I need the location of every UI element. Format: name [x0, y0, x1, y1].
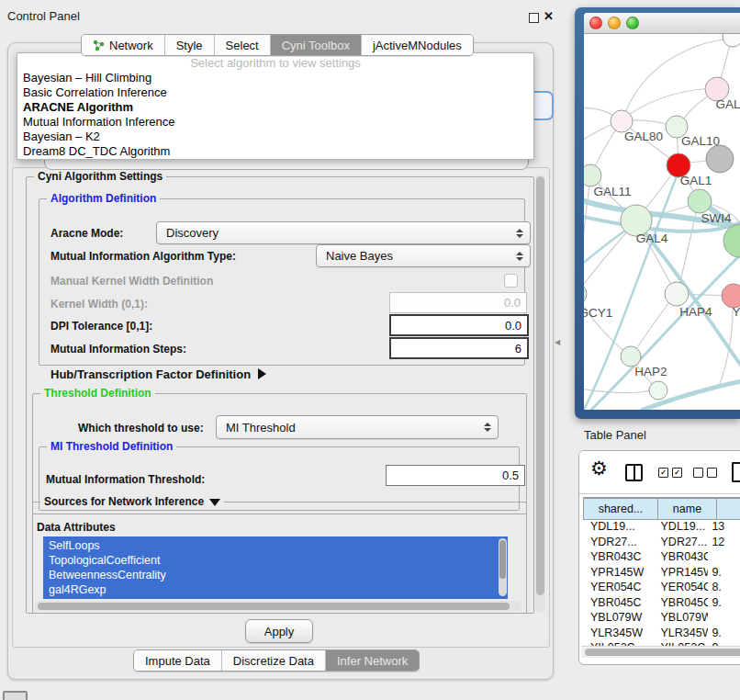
column-header-name[interactable]: name: [658, 498, 717, 520]
manual-kernel-checkbox[interactable]: [504, 274, 518, 288]
tab-network[interactable]: Network: [82, 35, 165, 55]
node-label-gal10: GAL10: [681, 134, 720, 148]
settings-vertical-scrollbar-thumb[interactable]: [536, 176, 544, 595]
network-canvas[interactable]: GALGAL80GAL10GAL1GAL11SWI4GAL4GCY1HAP4YH…: [584, 34, 740, 410]
mi-steps-label: Mutual Information Steps:: [50, 343, 186, 356]
column-header-a[interactable]: A: [717, 498, 740, 520]
network-node: [621, 346, 641, 367]
table-cell: YPR145W: [583, 566, 654, 579]
kernel-width-field[interactable]: 0.0: [389, 292, 527, 313]
minimize-traffic-light-icon[interactable]: [608, 17, 621, 29]
network-window: GALGAL80GAL10GAL1GAL11SWI4GAL4GCY1HAP4YH…: [584, 13, 740, 410]
aracne-mode-combobox[interactable]: Discovery: [156, 221, 531, 244]
table-horizontal-scrollbar[interactable]: [581, 646, 740, 658]
split-columns-icon[interactable]: [625, 464, 643, 481]
algorithm-definition-title: Algorithm Definition: [47, 192, 160, 205]
node-label-hap2: HAP2: [634, 365, 667, 378]
table-row[interactable]: YDL19...YDL19...13: [583, 519, 740, 535]
data-attributes-list[interactable]: SelfLoopsTopologicalCoefficientBetweenne…: [43, 536, 508, 599]
zoom-traffic-light-icon[interactable]: [626, 17, 639, 29]
threshold-definition-title: Threshold Definition: [40, 387, 155, 400]
tab-select-label: Select: [226, 39, 259, 52]
algorithm-option-basic-correlation-inference[interactable]: Basic Correlation Inference: [17, 85, 533, 100]
mi-type-value: Naive Bayes: [326, 249, 393, 263]
deselect-all-columns-icon[interactable]: [693, 468, 717, 478]
node-label-y: Y: [732, 305, 740, 319]
table-horizontal-scrollbar-thumb[interactable]: [585, 649, 740, 656]
network-node: [723, 34, 740, 47]
dpi-tolerance-field[interactable]: 0.0: [389, 314, 529, 336]
which-threshold-value: MI Threshold: [226, 421, 296, 435]
table-cell: 9.: [708, 596, 740, 609]
focused-algorithm-combobox-fragment[interactable]: [534, 91, 554, 120]
screen: Control Panel ✕ NetworkStyleSelectCyni T…: [0, 0, 740, 700]
table-cell: YLR345W: [654, 627, 709, 639]
aracne-mode-value: Discovery: [166, 226, 219, 240]
network-window-titlebar[interactable]: [584, 13, 740, 34]
algorithm-option-bayesian-k2[interactable]: Bayesian – K2: [17, 130, 533, 144]
algorithm-option-list: Bayesian – Hill ClimbingBasic Correlatio…: [17, 71, 533, 159]
tab-select[interactable]: Select: [215, 35, 271, 55]
table-header-row: shared...nameA: [583, 497, 740, 520]
document-icon[interactable]: [732, 462, 740, 482]
spinner-arrows-icon: [516, 252, 523, 261]
tab-cyni-toolbox[interactable]: Cyni Toolbox: [271, 35, 362, 55]
column-header-shared[interactable]: shared...: [583, 498, 658, 520]
table-panel-title: Table Panel: [584, 428, 646, 442]
table-row[interactable]: YBL079WYBL079W: [583, 610, 740, 626]
sources-title[interactable]: Sources for Network Inference: [40, 495, 224, 508]
hub-definition-toggle[interactable]: Hub/Transcription Factor Definition: [50, 367, 266, 381]
which-threshold-combobox[interactable]: MI Threshold: [216, 415, 499, 439]
attributes-scrollbar-thumb[interactable]: [499, 540, 506, 579]
network-node: [665, 282, 689, 306]
attributes-scrollbar[interactable]: [499, 538, 507, 596]
tab-impute-data[interactable]: Impute Data: [134, 650, 222, 671]
table-row[interactable]: YDR27...YDR27...12: [583, 535, 740, 550]
table-row[interactable]: YBR043CYBR043C: [583, 549, 740, 565]
mi-type-combobox[interactable]: Naive Bayes: [316, 244, 531, 267]
tab-discretize-data[interactable]: Discretize Data: [222, 650, 326, 671]
table-cell: YBR045C: [583, 596, 654, 609]
select-all-columns-icon[interactable]: ✓✓: [658, 468, 682, 478]
network-icon: [93, 40, 105, 51]
settings-horizontal-scrollbar-thumb[interactable]: [38, 603, 510, 610]
table-row[interactable]: YPR145WYPR145W9.: [583, 565, 740, 581]
tab-infer-network[interactable]: Infer Network: [326, 650, 419, 671]
attribute-option-selfloops[interactable]: SelfLoops: [43, 536, 508, 553]
network-node: [649, 381, 667, 400]
table-row[interactable]: YER054CYER054C8.: [583, 580, 740, 595]
network-edge: [622, 88, 715, 119]
table-cell: YPR145W: [654, 566, 709, 579]
tab-style[interactable]: Style: [165, 35, 215, 55]
dpi-tolerance-label: DPI Tolerance [0,1]:: [50, 320, 152, 333]
mi-steps-field[interactable]: 6: [389, 337, 529, 359]
panel-splitter-arrow[interactable]: ◀: [555, 338, 560, 346]
algorithm-option-aracne-algorithm[interactable]: ARACNE Algorithm: [17, 100, 533, 115]
attribute-option-topologicalcoefficient[interactable]: TopologicalCoefficient: [43, 553, 508, 568]
mi-threshold-field[interactable]: 0.5: [386, 465, 525, 486]
gear-icon[interactable]: ⚙: [590, 457, 608, 480]
settings-horizontal-scrollbar[interactable]: [35, 601, 521, 611]
network-graph: GALGAL80GAL10GAL1GAL11SWI4GAL4GCY1HAP4YH…: [584, 34, 740, 410]
table-cell: YER054C: [583, 581, 654, 593]
algorithm-option-bayesian-hill-climbing[interactable]: Bayesian – Hill Climbing: [17, 71, 533, 85]
table-cell: YBR043C: [654, 550, 709, 563]
control-panel-tabbar: NetworkStyleSelectCyni ToolboxjActiveMNo…: [81, 34, 474, 56]
algorithm-option-dream8-dc-tdc-algorithm[interactable]: Dream8 DC_TDC Algorithm: [17, 144, 533, 159]
control-panel-title: Control Panel: [7, 9, 80, 23]
algorithm-option-mutual-information-inference[interactable]: Mutual Information Inference: [17, 115, 533, 130]
node-label-gal80: GAL80: [624, 130, 663, 143]
minimized-panel-chip[interactable]: [3, 691, 28, 700]
attribute-option-gal4rgexp[interactable]: gal4RGexp: [43, 582, 508, 597]
table-toolbar: ⚙ ✓✓: [579, 451, 740, 494]
table-row[interactable]: YLR345WYLR345W9.: [583, 626, 740, 641]
float-window-icon[interactable]: [529, 13, 539, 23]
tab-jactivemnodules[interactable]: jActiveMNodules: [362, 35, 473, 55]
settings-vertical-scrollbar[interactable]: [535, 175, 545, 613]
data-tools-tabbar: Impute DataDiscretize DataInfer Network: [133, 649, 420, 672]
apply-button[interactable]: Apply: [245, 619, 313, 643]
attribute-option-betweennesscentrality[interactable]: BetweennessCentrality: [43, 568, 508, 582]
close-traffic-light-icon[interactable]: [589, 17, 602, 29]
table-row[interactable]: YBR045CYBR045C9.: [583, 595, 740, 611]
close-icon[interactable]: ✕: [544, 9, 554, 23]
